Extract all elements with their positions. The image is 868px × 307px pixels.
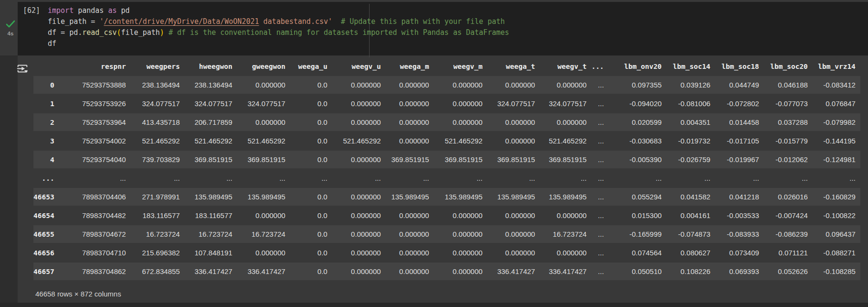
row-index: 4 (33, 151, 59, 168)
cell: 0.055294 (609, 188, 667, 206)
cell: -0.003533 (715, 207, 764, 224)
cell: -0.005390 (609, 151, 667, 168)
cell: ... (715, 169, 764, 187)
cell: -0.074873 (667, 225, 715, 243)
cell: ... (592, 263, 609, 280)
cell: 0.000000 (332, 244, 386, 262)
cell: 0.069393 (715, 263, 764, 280)
cell: 0.000000 (487, 76, 540, 94)
cell: 0.0 (290, 151, 332, 168)
cell: 0.0 (290, 188, 332, 206)
code-token: as (108, 6, 116, 15)
cell: 183.116577 (185, 207, 237, 224)
cell: ... (592, 113, 609, 131)
cell: 0.000000 (332, 225, 386, 243)
cell: 369.851915 (540, 151, 592, 168)
cell: 0.000000 (487, 132, 540, 150)
cell: 0.071121 (764, 244, 813, 262)
cell: ... (592, 244, 609, 262)
cell: 369.851915 (237, 151, 290, 168)
cell: -0.165999 (609, 225, 667, 243)
code-token (332, 17, 341, 26)
cell: 336.417427 (185, 263, 237, 280)
cell: 0.000000 (386, 76, 434, 94)
cell: 0.052626 (764, 263, 813, 280)
table-row: 466557898370467216.72372416.72372416.723… (33, 225, 860, 243)
cell: ... (131, 169, 185, 187)
cell: 0.000000 (540, 76, 592, 94)
cell: 135.989495 (237, 188, 290, 206)
row-index: 1 (33, 95, 59, 112)
code-cell[interactable]: [62] import pandas as pdfile_path = '/co… (18, 2, 868, 55)
dataframe-summary: 46658 rows × 872 columns (35, 290, 121, 298)
row-index: 46656 (33, 244, 59, 262)
code-token: pd (117, 6, 130, 15)
cell: 0.041218 (715, 188, 764, 206)
cell: 135.989495 (540, 188, 592, 206)
code-token: import (48, 6, 74, 15)
column-header: lbm_vrz14 (813, 57, 860, 75)
cell: 16.723724 (540, 225, 592, 243)
cell: 336.417427 (487, 263, 540, 280)
cell: 413.435718 (131, 113, 185, 131)
column-header: ... (592, 57, 609, 75)
cell: 135.989495 (434, 188, 487, 206)
cell: 0.000000 (487, 225, 540, 243)
execution-count-button[interactable]: [62] (23, 5, 40, 16)
cell: -0.088271 (813, 244, 860, 262)
dataframe-output[interactable]: respnrweegpershweegwongweegwonweega_uwee… (33, 56, 860, 281)
cell: 0.026016 (764, 188, 813, 206)
table-row: 175293753926324.077517324.077517324.0775… (33, 95, 860, 112)
code-token: file_path (121, 28, 160, 37)
cell: -0.100822 (813, 207, 860, 224)
code-lines[interactable]: import pandas as pdfile_path = '/content… (48, 5, 509, 49)
row-index: ... (33, 169, 59, 187)
cell: 336.417427 (540, 263, 592, 280)
convert-to-interactive-table-button[interactable] (14, 61, 31, 78)
column-header: lbm_onv20 (609, 57, 667, 75)
cell: 107.848191 (185, 244, 237, 262)
cell: 0.000000 (237, 113, 290, 131)
cell: 0.000000 (237, 244, 290, 262)
cell: ... (59, 169, 131, 187)
column-header (33, 57, 59, 75)
cell: 0.004161 (667, 207, 715, 224)
row-index: 2 (33, 113, 59, 131)
table-row: 075293753888238.136494238.1364940.000000… (33, 76, 860, 94)
cell: 238.136494 (185, 76, 237, 94)
cell: 0.000000 (487, 113, 540, 131)
cell: 0.0 (290, 132, 332, 150)
cell: 0.000000 (332, 207, 386, 224)
cell: 0.039126 (667, 76, 715, 94)
cell: 0.015300 (609, 207, 667, 224)
column-header: weega_u (290, 57, 332, 75)
cell: 16.723724 (185, 225, 237, 243)
cell: -0.160829 (813, 188, 860, 206)
cell: 0.000000 (434, 207, 487, 224)
notebook-page: 4s [62] import pandas as pdfile_path = '… (0, 0, 868, 307)
cell: 75293753926 (59, 95, 131, 112)
cell: ... (609, 169, 667, 187)
cell: 0.000000 (434, 244, 487, 262)
cell: 0.000000 (332, 95, 386, 112)
cell: 0.000000 (332, 188, 386, 206)
cell: 135.989495 (185, 188, 237, 206)
code-token: databestand.csv (259, 17, 328, 26)
cell: 0.014458 (715, 113, 764, 131)
cell: -0.108285 (813, 263, 860, 280)
cell: 521.465292 (540, 132, 592, 150)
column-header: weega_m (386, 57, 434, 75)
cell: 0.000000 (386, 207, 434, 224)
cell: ... (185, 169, 237, 187)
column-header: lbm_soc18 (715, 57, 764, 75)
cell: 75293754002 (59, 132, 131, 150)
execution-time: 4s (4, 31, 17, 36)
cell: -0.083933 (715, 225, 764, 243)
cell: 0.000000 (540, 244, 592, 262)
row-index: 0 (33, 76, 59, 94)
code-line: df = pd.read_csv(file_path) # df is the … (48, 27, 509, 38)
cell: 183.116577 (131, 207, 185, 224)
cell: 0.041582 (667, 188, 715, 206)
column-header: weega_t (487, 57, 540, 75)
cell: 0.000000 (332, 263, 386, 280)
